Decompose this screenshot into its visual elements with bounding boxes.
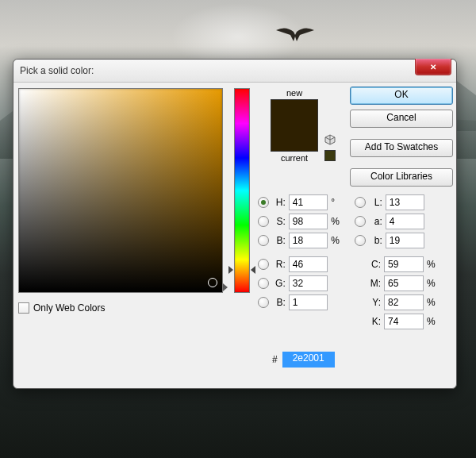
r-input[interactable]: 46 [289, 256, 328, 272]
only-web-colors-checkbox[interactable] [18, 302, 29, 314]
c-unit: % [427, 259, 441, 270]
r-radio[interactable] [258, 259, 269, 270]
color-preview: new current [263, 88, 326, 164]
left-column: H: 41 ° S: 98 % B: 18 % [258, 193, 345, 312]
b-lab-row: b: 19 [355, 231, 442, 250]
m-unit: % [427, 278, 441, 289]
cancel-button[interactable]: Cancel [350, 110, 453, 128]
g-radio[interactable] [258, 278, 269, 289]
k-unit: % [427, 316, 441, 327]
g-input[interactable]: 32 [289, 275, 328, 291]
right-column: L: 13 a: 4 b: 19 [355, 193, 442, 331]
button-column: OK Cancel Add To Swatches Color Librarie… [350, 87, 451, 191]
m-input[interactable]: 65 [384, 275, 424, 291]
hex-input[interactable]: 2e2001 [282, 352, 335, 368]
y-unit: % [427, 297, 441, 308]
s-radio[interactable] [258, 216, 269, 227]
h-input[interactable]: 41 [289, 194, 328, 210]
a-radio[interactable] [355, 216, 366, 227]
close-icon: ✕ [430, 63, 436, 71]
s-input[interactable]: 98 [289, 214, 328, 229]
only-web-colors-label: Only Web Colors [33, 302, 105, 314]
close-button[interactable]: ✕ [415, 59, 451, 75]
c-label: C: [367, 259, 381, 270]
y-row: Y: 82 % [355, 293, 442, 312]
a-input[interactable]: 4 [386, 214, 424, 229]
color-field-marker[interactable] [208, 278, 217, 287]
add-to-swatches-button[interactable]: Add To Swatches [350, 139, 453, 157]
dialog-body: new current OK Cancel Add To Swatches Co… [13, 82, 456, 388]
b-hsb-row: B: 18 % [258, 231, 345, 250]
k-input[interactable]: 74 [384, 314, 424, 329]
a-row: a: 4 [355, 212, 442, 231]
preview-swatch[interactable] [271, 99, 318, 152]
m-label: M: [367, 278, 381, 289]
hue-slider-handle-right[interactable] [251, 266, 255, 274]
b-rgb-input[interactable]: 1 [289, 294, 328, 310]
out-of-gamut-swatch[interactable] [324, 150, 336, 161]
c-input[interactable]: 59 [384, 256, 424, 272]
r-row: R: 46 [258, 255, 345, 274]
hue-slider-handle-left[interactable] [228, 266, 233, 274]
b-hsb-radio[interactable] [258, 235, 269, 246]
field-slider-arrow [223, 283, 228, 291]
s-unit: % [331, 216, 345, 227]
l-input[interactable]: 13 [386, 194, 424, 210]
current-color-swatch[interactable] [271, 125, 317, 151]
s-label: S: [271, 216, 286, 227]
ok-button[interactable]: OK [350, 87, 453, 105]
g-row: G: 32 [258, 274, 345, 293]
c-row: C: 59 % [355, 255, 442, 274]
k-row: K: 74 % [355, 312, 442, 331]
titlebar[interactable]: Pick a solid color: ✕ [13, 60, 456, 83]
b-rgb-label: B: [271, 297, 286, 308]
b-lab-radio[interactable] [355, 235, 366, 246]
hue-slider[interactable] [234, 88, 250, 293]
new-color-swatch[interactable] [271, 100, 317, 125]
color-libraries-button[interactable]: Color Libraries [350, 168, 453, 187]
only-web-colors-row: Only Web Colors [18, 302, 105, 314]
m-row: M: 65 % [355, 274, 442, 293]
b-hsb-unit: % [331, 235, 345, 246]
h-radio[interactable] [258, 197, 269, 208]
b-rgb-row: B: 1 [258, 293, 345, 312]
a-label: a: [368, 216, 382, 227]
k-label: K: [367, 316, 381, 327]
b-lab-input[interactable]: 19 [386, 233, 424, 248]
color-field[interactable] [18, 88, 223, 293]
b-hsb-label: B: [271, 235, 286, 246]
cube-icon[interactable] [324, 134, 336, 145]
l-row: L: 13 [355, 193, 442, 212]
h-row: H: 41 ° [258, 193, 345, 212]
window-title: Pick a solid color: [20, 65, 94, 76]
h-unit: ° [331, 197, 345, 208]
value-grid: H: 41 ° S: 98 % B: 18 % [258, 193, 450, 382]
r-label: R: [271, 259, 286, 270]
current-label: current [263, 153, 326, 163]
eagle-icon [276, 25, 314, 41]
g-label: G: [271, 278, 286, 289]
s-row: S: 98 % [258, 212, 345, 231]
h-label: H: [271, 197, 286, 208]
b-rgb-radio[interactable] [258, 297, 269, 308]
l-radio[interactable] [355, 197, 366, 208]
b-lab-label: b: [368, 235, 382, 246]
hex-hash: # [272, 354, 278, 365]
y-label: Y: [367, 297, 381, 308]
color-picker-dialog: Pick a solid color: ✕ new current OK [13, 59, 457, 389]
b-hsb-input[interactable]: 18 [289, 233, 328, 248]
y-input[interactable]: 82 [384, 294, 424, 310]
new-label: new [263, 88, 326, 98]
l-label: L: [368, 197, 382, 208]
hex-row: # 2e2001 [272, 352, 335, 368]
